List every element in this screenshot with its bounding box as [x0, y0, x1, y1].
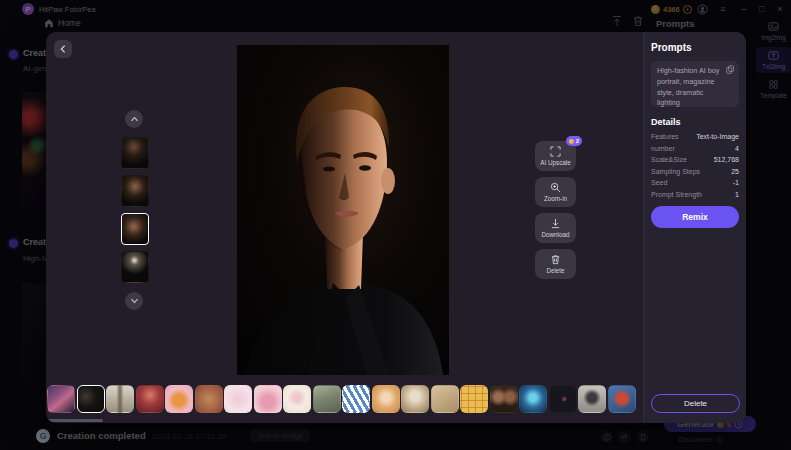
trash-icon — [550, 254, 561, 265]
creation-thumbnail-beige-cats[interactable] — [431, 385, 459, 413]
creation-thumbnail-cyber-face[interactable] — [519, 385, 547, 413]
upscale-cost-badge: 2 — [566, 136, 582, 146]
creation-thumbnail-spiderman-kid[interactable] — [608, 385, 636, 413]
preview-image-portrait — [237, 45, 449, 375]
prompt-text-box: High-fashion AI boy portrait, magazine s… — [651, 61, 739, 107]
delete-button[interactable]: Delete — [535, 249, 576, 279]
creation-thumbnail-two-portraits[interactable] — [490, 385, 518, 413]
variant-thumbnail-portrait-1[interactable] — [121, 137, 149, 169]
variant-thumbnail-portrait-3[interactable] — [121, 213, 149, 245]
creation-thumbnail-emoji-grid[interactable] — [460, 385, 488, 413]
creation-thumbnail-outdoor-person[interactable] — [313, 385, 341, 413]
coin-icon — [569, 139, 574, 144]
variant-thumbnail-portrait-2[interactable] — [121, 175, 149, 207]
download-button[interactable]: Download — [535, 213, 576, 243]
scroll-down-button[interactable] — [125, 292, 143, 310]
creation-thumbnail-red-scene[interactable] — [136, 385, 164, 413]
creation-thumbnail-purple-group[interactable] — [47, 385, 75, 413]
creation-thumbnail-vr-person[interactable] — [578, 385, 606, 413]
creation-thumbnail-robed-figure[interactable] — [106, 385, 134, 413]
details-title: Details — [651, 117, 739, 127]
creation-thumbnail-pink-art[interactable] — [283, 385, 311, 413]
upscale-icon — [550, 146, 561, 157]
creation-thumbnail-orange-cat[interactable] — [372, 385, 400, 413]
detail-row: Seed -1 — [651, 179, 739, 186]
variant-thumbnail-portrait-4[interactable] — [121, 251, 149, 283]
prompts-title: Prompts — [651, 42, 739, 53]
creation-viewer-modal: 2 AI Upscale Zoom-in Download Delete Pro… — [46, 32, 746, 423]
copy-icon[interactable] — [726, 65, 735, 74]
download-icon — [550, 218, 561, 229]
scroll-up-button[interactable] — [125, 110, 143, 128]
creation-thumbnail-dark-clip[interactable] — [549, 385, 577, 413]
creation-thumbnail-teddy-bear[interactable] — [254, 385, 282, 413]
creation-thumbnail-valentine-dog[interactable] — [195, 385, 223, 413]
action-buttons: 2 AI Upscale Zoom-in Download Delete — [535, 141, 576, 279]
zoom-in-button[interactable]: Zoom-in — [535, 177, 576, 207]
creations-thumbnail-strip — [47, 385, 641, 413]
detail-row: Features Text-to-Image — [651, 133, 739, 140]
strip-scrollbar[interactable] — [47, 419, 103, 422]
zoom-in-icon — [550, 182, 561, 193]
creation-thumbnail-dark-portraits[interactable] — [77, 385, 105, 413]
creation-thumbnail-grey-cat[interactable] — [401, 385, 429, 413]
detail-row: Prompt Strength 1 — [651, 191, 739, 198]
chevron-left-icon — [59, 44, 67, 54]
variant-thumbnail-strip — [121, 137, 151, 283]
chevron-up-icon — [130, 116, 139, 122]
creation-thumbnail-pink-card[interactable] — [224, 385, 252, 413]
prompts-panel: Prompts High-fashion AI boy portrait, ma… — [643, 32, 746, 423]
creation-thumbnail-valentine-cat[interactable] — [165, 385, 193, 413]
delete-creation-button[interactable]: Delete — [651, 394, 740, 413]
detail-row: number 4 — [651, 145, 739, 152]
remix-button[interactable]: Remix — [651, 206, 739, 228]
creation-thumbnail-blue-pattern[interactable] — [342, 385, 370, 413]
back-button[interactable] — [54, 40, 72, 58]
chevron-down-icon — [130, 298, 139, 304]
details-list: Features Text-to-Image number 4 Scale&Si… — [651, 133, 739, 198]
detail-row: Scale&Size 512,768 — [651, 156, 739, 163]
detail-row: Sampling Steps 25 — [651, 168, 739, 175]
ai-upscale-button[interactable]: 2 AI Upscale — [535, 141, 576, 171]
